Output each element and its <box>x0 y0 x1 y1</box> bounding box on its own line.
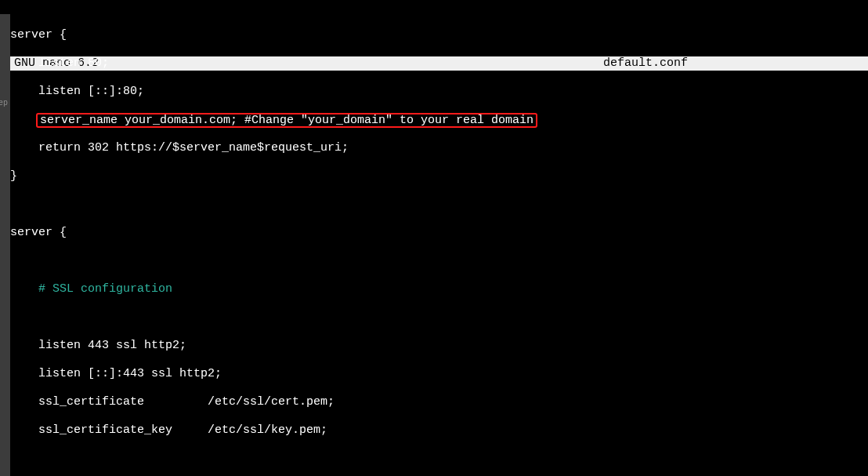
strip-label: ep <box>0 99 8 108</box>
code-line: return 302 https://$server_name$request_… <box>10 141 868 155</box>
code-line: listen [::]:443 ssl http2; <box>10 367 868 381</box>
code-line: ssl_certificate_key /etc/ssl/key.pem; <box>10 423 868 438</box>
highlight-box: server_name your_domain.com; #Change "yo… <box>36 113 537 128</box>
code-line-highlight: server_name your_domain.com; #Change "yo… <box>10 113 868 127</box>
code-comment: # SSL configuration <box>10 282 868 296</box>
code-line: listen [::]:80; <box>10 85 868 99</box>
code-line <box>10 311 868 325</box>
code-line <box>10 452 868 466</box>
code-line: ssl_certificate /etc/ssl/cert.pem; <box>10 395 868 409</box>
code-line: listen 443 ssl http2; <box>10 339 868 353</box>
side-strip: ep <box>0 14 10 476</box>
code-line <box>10 198 868 212</box>
code-line: server { <box>10 226 868 240</box>
code-line: listen 80; <box>10 56 868 71</box>
code-line: server { <box>10 28 868 42</box>
code-line <box>10 254 868 268</box>
editor-area[interactable]: server { listen 80; listen [::]:80; serv… <box>10 14 868 476</box>
code-line: } <box>10 169 868 183</box>
